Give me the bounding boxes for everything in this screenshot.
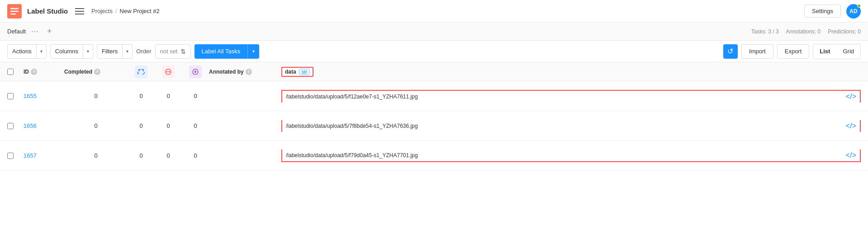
order-value[interactable]: not set ⇅ bbox=[155, 44, 191, 59]
breadcrumb-current: New Project #2 bbox=[120, 8, 160, 14]
row-3-col3: 0 bbox=[128, 152, 155, 159]
id-help-icon[interactable]: ? bbox=[31, 69, 37, 75]
row-1-id[interactable]: 1655 bbox=[24, 93, 64, 99]
toolbar: Actions ▾ Columns ▾ Filters ▾ Order not … bbox=[0, 41, 868, 62]
actions-arrow-icon: ▾ bbox=[36, 45, 46, 58]
label-all-arrow-icon: ▾ bbox=[247, 44, 259, 59]
col-header-data: data str bbox=[281, 67, 861, 77]
avatar-online-dot bbox=[857, 4, 861, 8]
select-all-col[interactable] bbox=[7, 69, 24, 75]
sort-icon: ⇅ bbox=[180, 48, 186, 55]
col-id-label: ID bbox=[24, 69, 29, 75]
row-1-data-col: /labelstudio/data/upload/5/f12ae0e7-s1_Y… bbox=[281, 90, 861, 103]
row-2-completed: 0 bbox=[64, 122, 128, 129]
row-2-checkbox[interactable] bbox=[7, 123, 14, 129]
stats-tasks: Tasks: 3 / 3 bbox=[751, 28, 779, 35]
col-annotated-label: Annotated by bbox=[209, 69, 244, 75]
refresh-button[interactable]: ↺ bbox=[723, 44, 738, 59]
row-1-data-path: /labelstudio/data/upload/5/f12ae0e7-s1_Y… bbox=[286, 93, 418, 101]
subtitle-bar: Default ⋯ + Tasks: 3 / 3 Annotations: 0 … bbox=[0, 23, 868, 41]
filters-dropdown[interactable]: Filters ▾ bbox=[97, 44, 133, 59]
row-1-col4: 0 bbox=[155, 93, 182, 99]
row-1-code-icon[interactable]: </> bbox=[846, 93, 856, 101]
row-1-checkbox[interactable] bbox=[7, 93, 14, 99]
avatar-initials: AD bbox=[849, 8, 857, 14]
logo-icon bbox=[7, 4, 22, 19]
row-3-id[interactable]: 1657 bbox=[24, 152, 64, 159]
row-3-data-col: /labelstudio/data/upload/5/f79d0a45-s1_Y… bbox=[281, 149, 861, 162]
settings-button[interactable]: Settings bbox=[804, 5, 841, 18]
grid-view-button[interactable]: Grid bbox=[836, 44, 860, 59]
row-2-id[interactable]: 1656 bbox=[24, 122, 64, 129]
row-1-col5: 0 bbox=[182, 93, 209, 99]
stats-predictions: Predictions: 0 bbox=[828, 28, 861, 35]
data-col-label: data bbox=[285, 69, 296, 75]
row-2-code-icon[interactable]: </> bbox=[846, 122, 856, 130]
row-1-completed: 0 bbox=[64, 93, 128, 99]
topnav: Label Studio Projects / New Project #2 S… bbox=[0, 0, 868, 23]
col-header-icon2 bbox=[155, 65, 182, 78]
refresh-icon: ↺ bbox=[727, 47, 733, 56]
plus-icon bbox=[189, 65, 202, 78]
col-header-annotated: Annotated by ? bbox=[209, 69, 281, 75]
add-view-button[interactable]: + bbox=[44, 26, 55, 37]
view-options-button[interactable]: ⋯ bbox=[29, 26, 40, 37]
hamburger-menu[interactable] bbox=[73, 6, 86, 16]
row-1-col3: 0 bbox=[128, 93, 155, 99]
row-1-data-cell: /labelstudio/data/upload/5/f12ae0e7-s1_Y… bbox=[281, 90, 861, 103]
cancel-icon bbox=[162, 65, 175, 78]
app-title: Label Studio bbox=[27, 7, 68, 15]
list-view-button[interactable]: List bbox=[813, 44, 836, 59]
export-button[interactable]: Export bbox=[777, 44, 810, 59]
row-3-col4: 0 bbox=[155, 152, 182, 159]
expand-icon bbox=[135, 65, 147, 78]
row-2-col5: 0 bbox=[182, 122, 209, 129]
filters-arrow-icon: ▾ bbox=[122, 45, 132, 58]
view-toggle: List Grid bbox=[813, 44, 861, 59]
columns-label: Columns bbox=[51, 48, 83, 55]
row-2-col3: 0 bbox=[128, 122, 155, 129]
col-completed-label: Completed bbox=[64, 69, 92, 75]
row-2-data-path: /labelstudio/data/upload/5/7f8bde54-s1_Y… bbox=[286, 122, 418, 130]
table-header: ID ? Completed ? Annotated by ? data str bbox=[0, 62, 868, 81]
row-3-code-icon[interactable]: </> bbox=[846, 151, 856, 159]
row-3-completed: 0 bbox=[64, 152, 128, 159]
data-col-header-bordered: data str bbox=[281, 67, 313, 77]
select-all-checkbox[interactable] bbox=[7, 69, 14, 75]
breadcrumb: Projects / New Project #2 bbox=[91, 8, 160, 14]
data-type-badge: str bbox=[299, 69, 310, 75]
actions-dropdown[interactable]: Actions ▾ bbox=[7, 44, 47, 59]
row-2-data-cell: /labelstudio/data/upload/5/7f8bde54-s1_Y… bbox=[281, 120, 861, 132]
label-all-button[interactable]: Label All Tasks ▾ bbox=[194, 44, 260, 59]
table-row: 1655 0 0 0 0 /labelstudio/data/upload/5/… bbox=[0, 81, 868, 111]
view-name: Default bbox=[7, 28, 26, 35]
columns-dropdown[interactable]: Columns ▾ bbox=[50, 44, 93, 59]
row-checkbox-col[interactable] bbox=[7, 123, 24, 129]
avatar[interactable]: AD bbox=[846, 4, 861, 19]
filters-label: Filters bbox=[97, 48, 122, 55]
breadcrumb-sep: / bbox=[115, 8, 117, 14]
order-label: Order bbox=[136, 48, 151, 55]
completed-help-icon[interactable]: ? bbox=[94, 69, 100, 75]
actions-label: Actions bbox=[8, 48, 36, 55]
annotated-help-icon[interactable]: ? bbox=[246, 69, 252, 75]
row-checkbox-col[interactable] bbox=[7, 153, 24, 159]
table-row: 1657 0 0 0 0 /labelstudio/data/upload/5/… bbox=[0, 141, 868, 171]
order-value-text: not set bbox=[160, 48, 178, 55]
row-3-data-path: /labelstudio/data/upload/5/f79d0a45-s1_Y… bbox=[286, 151, 418, 159]
row-3-checkbox[interactable] bbox=[7, 153, 14, 159]
col-header-icon3 bbox=[182, 65, 209, 78]
label-all-text: Label All Tasks bbox=[194, 48, 248, 55]
breadcrumb-projects[interactable]: Projects bbox=[91, 8, 113, 14]
row-2-data-col: /labelstudio/data/upload/5/7f8bde54-s1_Y… bbox=[281, 120, 861, 132]
row-3-col5: 0 bbox=[182, 152, 209, 159]
row-2-col4: 0 bbox=[155, 122, 182, 129]
import-button[interactable]: Import bbox=[741, 44, 773, 59]
columns-arrow-icon: ▾ bbox=[83, 45, 93, 58]
table-body: 1655 0 0 0 0 /labelstudio/data/upload/5/… bbox=[0, 81, 868, 171]
col-header-completed: Completed ? bbox=[64, 69, 128, 75]
row-checkbox-col[interactable] bbox=[7, 93, 24, 99]
col-header-icon1 bbox=[128, 65, 155, 78]
col-header-id: ID ? bbox=[24, 69, 64, 75]
table-row: 1656 0 0 0 0 /labelstudio/data/upload/5/… bbox=[0, 111, 868, 141]
